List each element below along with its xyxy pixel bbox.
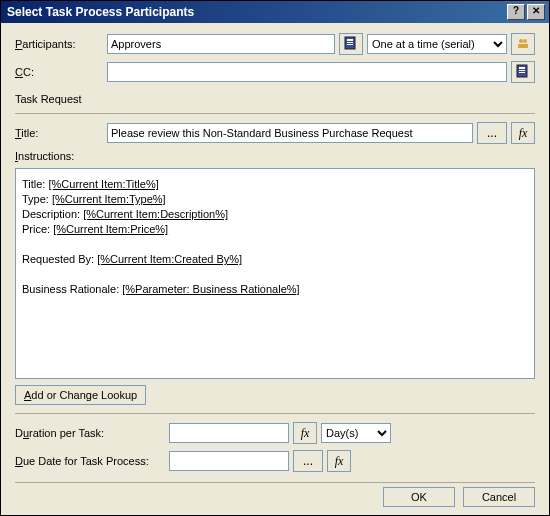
title-bar[interactable]: Select Task Process Participants ? ✕ bbox=[1, 1, 549, 23]
dialog-content: Participants: One at a time (serial) CC: bbox=[1, 23, 549, 515]
close-button[interactable]: ✕ bbox=[527, 4, 545, 20]
instruction-prefix: Type: bbox=[22, 193, 52, 205]
task-request-label: Task Request bbox=[15, 93, 535, 105]
lookup-token[interactable]: [%Current Item:Title%] bbox=[49, 178, 159, 190]
lookup-token[interactable]: [%Current Item:Type%] bbox=[52, 193, 166, 205]
svg-rect-8 bbox=[519, 67, 525, 69]
title-ellipsis-button[interactable]: ... bbox=[477, 122, 507, 144]
section-divider-2 bbox=[15, 413, 535, 414]
instruction-prefix: Requested By: bbox=[22, 253, 97, 265]
cc-label: CC: bbox=[15, 66, 103, 78]
lookup-token[interactable]: [%Current Item:Created By%] bbox=[97, 253, 242, 265]
cancel-button[interactable]: Cancel bbox=[463, 487, 535, 507]
dialog-window: Select Task Process Participants ? ✕ Par… bbox=[0, 0, 550, 516]
participants-row: Participants: One at a time (serial) bbox=[15, 33, 535, 55]
help-button[interactable]: ? bbox=[507, 4, 525, 20]
duration-input[interactable] bbox=[169, 423, 289, 443]
title-input[interactable] bbox=[107, 123, 473, 143]
due-date-fx-button[interactable]: fx bbox=[327, 450, 351, 472]
window-title: Select Task Process Participants bbox=[5, 5, 194, 19]
svg-point-4 bbox=[519, 39, 523, 43]
dialog-footer: OK Cancel bbox=[15, 482, 535, 507]
lookup-token[interactable]: [%Parameter: Business Rationale%] bbox=[122, 283, 299, 295]
lookup-token[interactable]: [%Current Item:Description%] bbox=[83, 208, 228, 220]
svg-rect-3 bbox=[347, 44, 353, 45]
due-date-row: Due Date for Task Process: ... fx bbox=[15, 450, 535, 472]
duration-label: Duration per Task: bbox=[15, 427, 165, 439]
title-label: Title: bbox=[15, 127, 103, 139]
lookup-token[interactable]: [%Current Item:Price%] bbox=[53, 223, 168, 235]
fx-icon: fx bbox=[301, 426, 310, 441]
instruction-prefix: Business Rationale: bbox=[22, 283, 122, 295]
cc-input[interactable] bbox=[107, 62, 507, 82]
address-book-icon bbox=[516, 64, 530, 81]
add-lookup-button[interactable]: Add or Change Lookup bbox=[15, 385, 146, 405]
people-icon bbox=[516, 36, 530, 53]
instructions-textarea[interactable]: Title: [%Current Item:Title%]Type: [%Cur… bbox=[15, 168, 535, 379]
due-date-label: Due Date for Task Process: bbox=[15, 455, 165, 467]
instruction-prefix: Description: bbox=[22, 208, 83, 220]
cc-row: CC: bbox=[15, 61, 535, 83]
title-row: Title: ... fx bbox=[15, 122, 535, 144]
svg-rect-2 bbox=[347, 42, 353, 43]
lookup-row: Add or Change Lookup bbox=[15, 385, 535, 405]
title-fx-button[interactable]: fx bbox=[511, 122, 535, 144]
titlebar-buttons: ? ✕ bbox=[507, 4, 545, 20]
svg-point-5 bbox=[523, 39, 527, 43]
ok-button[interactable]: OK bbox=[383, 487, 455, 507]
address-book-icon bbox=[344, 36, 358, 53]
participants-label: Participants: bbox=[15, 38, 103, 50]
instructions-label: Instructions: bbox=[15, 150, 535, 162]
section-divider bbox=[15, 113, 535, 114]
duration-fx-button[interactable]: fx bbox=[293, 422, 317, 444]
fx-icon: fx bbox=[335, 454, 344, 469]
participant-order-select[interactable]: One at a time (serial) bbox=[367, 34, 507, 54]
svg-rect-9 bbox=[519, 70, 525, 71]
duration-unit-select[interactable]: Day(s) bbox=[321, 423, 391, 443]
expand-groups-button[interactable] bbox=[511, 33, 535, 55]
instruction-prefix: Title: bbox=[22, 178, 49, 190]
duration-row: Duration per Task: fx Day(s) bbox=[15, 422, 535, 444]
due-date-input[interactable] bbox=[169, 451, 289, 471]
participants-input[interactable] bbox=[107, 34, 335, 54]
cc-address-book-button[interactable] bbox=[511, 61, 535, 83]
address-book-button[interactable] bbox=[339, 33, 363, 55]
svg-rect-6 bbox=[518, 44, 528, 48]
fx-icon: fx bbox=[519, 126, 528, 141]
svg-rect-1 bbox=[347, 39, 353, 41]
due-date-ellipsis-button[interactable]: ... bbox=[293, 450, 323, 472]
svg-rect-10 bbox=[519, 72, 525, 73]
instruction-prefix: Price: bbox=[22, 223, 53, 235]
